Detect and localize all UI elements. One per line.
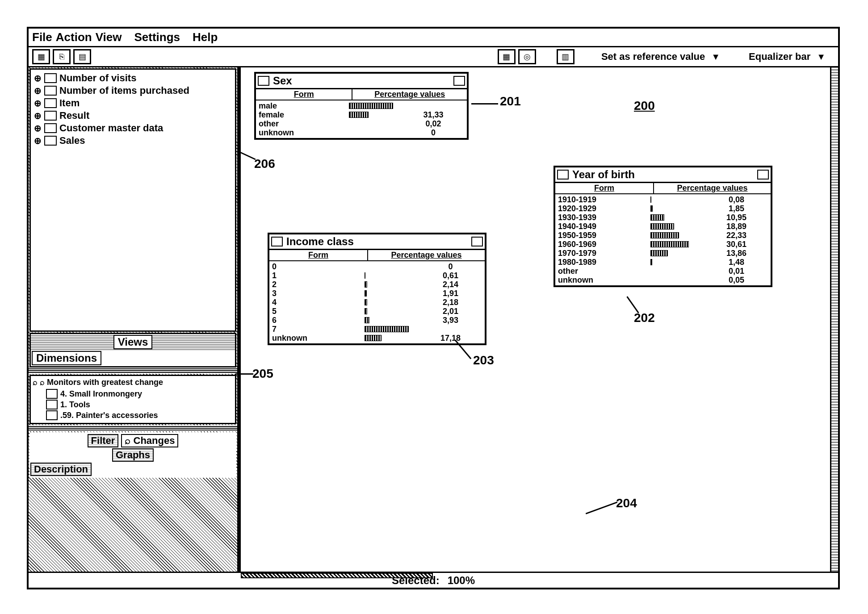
data-row[interactable]: unknown0,05 [558, 276, 768, 284]
tab-description[interactable]: Description [30, 463, 92, 476]
tree-item-sales[interactable]: ⊕Sales [34, 135, 232, 146]
bar-icon [365, 335, 382, 341]
row-bar-cell [650, 259, 705, 265]
data-row[interactable]: 42,18 [272, 298, 482, 307]
folder-icon [44, 86, 57, 96]
expand-icon[interactable]: ⊕ [34, 98, 42, 109]
panel-control-icon[interactable] [453, 76, 465, 86]
data-row[interactable]: 31,91 [272, 289, 482, 298]
tab-views[interactable]: Views [113, 335, 153, 349]
data-row[interactable]: 1940-194918,89 [558, 222, 768, 231]
tree-item-visits[interactable]: ⊕Number of visits [34, 72, 232, 84]
col-pct: Percentage values [654, 183, 771, 193]
row-label: 6 [272, 316, 365, 325]
menu-file[interactable]: File [32, 30, 52, 44]
expand-icon[interactable]: ⊕ [34, 110, 42, 121]
data-row[interactable]: unknown17,18 [272, 334, 482, 343]
tree-item-item[interactable]: ⊕Item [34, 97, 232, 109]
tab-changes-label: Changes [134, 435, 175, 446]
data-row[interactable]: 1930-193910,95 [558, 213, 768, 222]
data-row[interactable]: 1970-197913,86 [558, 249, 768, 258]
bar-icon [650, 205, 653, 212]
data-row[interactable]: 52,01 [272, 307, 482, 316]
toolbar-icon-2[interactable]: ⎘ [53, 49, 71, 64]
row-bar-cell [365, 335, 419, 341]
expand-icon[interactable]: ⊕ [34, 123, 42, 134]
bar-icon [650, 196, 651, 203]
panel-control-icon[interactable] [757, 170, 769, 180]
expand-icon[interactable]: ⊕ [34, 73, 42, 84]
divider [29, 368, 237, 374]
set-reference-value-label[interactable]: Set as reference value [601, 51, 705, 63]
data-row[interactable]: 22,14 [272, 280, 482, 289]
row-value: 10,95 [705, 213, 768, 222]
data-row[interactable]: 10,61 [272, 271, 482, 280]
bar-icon [365, 281, 368, 288]
set-reference-dropdown-icon[interactable]: ▼ [711, 52, 720, 62]
monitor-item[interactable]: 4. Small Ironmongery [46, 389, 233, 399]
bar-icon [365, 308, 368, 314]
expand-icon[interactable]: ⊕ [34, 135, 42, 146]
row-value: 2,14 [419, 280, 482, 289]
data-row[interactable]: unknown0 [259, 128, 464, 137]
data-row[interactable]: female31,33 [259, 110, 464, 119]
menu-action[interactable]: Action [56, 30, 92, 44]
toolbar-icon-4[interactable]: ▦ [498, 49, 516, 64]
monitor-label: 4. Small Ironmongery [60, 389, 142, 399]
row-value: 0 [419, 262, 482, 271]
tab-graphs[interactable]: Graphs [112, 448, 154, 462]
monitor-item[interactable]: 1. Tools [46, 400, 233, 409]
toolbar-icon-1[interactable]: ▦ [32, 49, 50, 64]
expand-icon[interactable]: ⊕ [34, 85, 42, 96]
tab-changes[interactable]: ⌕ Changes [121, 434, 178, 447]
tree-item-items-purchased[interactable]: ⊕Number of items purchased [34, 85, 232, 96]
tree-item-result[interactable]: ⊕Result [34, 110, 232, 121]
scrollbar-vertical[interactable] [830, 67, 838, 572]
toolbar-icon-6[interactable]: ▥ [557, 49, 574, 64]
tree-label: Sales [59, 135, 85, 146]
panel-body: malefemale31,33other0,02unknown0 [256, 100, 467, 138]
toolbar-icon-3[interactable]: ▤ [73, 49, 91, 64]
data-row[interactable]: other0,01 [558, 267, 768, 276]
toolbar-icon-5[interactable]: ◎ [518, 49, 536, 64]
bar-icon [365, 317, 369, 323]
data-row[interactable]: 1950-195922,33 [558, 231, 768, 240]
tab-filter[interactable]: Filter [88, 434, 119, 447]
col-pct: Percentage values [368, 250, 485, 260]
panel-control-icon[interactable] [471, 237, 483, 246]
row-value: 0,08 [705, 195, 768, 204]
row-bar-cell [650, 196, 705, 203]
equalizer-bar-label[interactable]: Equalizer bar [749, 51, 810, 63]
app-window: File Action View Settings Help ▦ ⎘ ▤ ▦ ◎… [27, 27, 840, 589]
monitor-item[interactable]: .59. Painter's accessories [46, 410, 233, 420]
row-value: 2,18 [419, 298, 482, 307]
data-row[interactable]: 1980-19891,48 [558, 258, 768, 267]
tree-item-customer-master[interactable]: ⊕Customer master data [34, 122, 232, 134]
panel-income-class[interactable]: Income class Form Percentage values 0010… [268, 233, 486, 345]
data-row[interactable]: 00 [272, 262, 482, 271]
tree-label: Number of visits [59, 72, 136, 84]
data-row[interactable]: 7 [272, 325, 482, 334]
menu-help[interactable]: Help [193, 30, 218, 44]
menubar: File Action View Settings Help [29, 29, 838, 46]
row-label: 3 [272, 289, 365, 298]
data-row[interactable]: other0,02 [259, 119, 464, 128]
data-row[interactable]: 63,93 [272, 316, 482, 325]
menu-view[interactable]: View [96, 30, 122, 44]
equalizer-dropdown-icon[interactable]: ▼ [817, 52, 826, 62]
row-value: 22,33 [705, 231, 768, 240]
data-row[interactable]: 1960-196930,61 [558, 240, 768, 249]
data-row[interactable]: 1920-19291,85 [558, 204, 768, 213]
row-label: 2 [272, 280, 365, 289]
row-label: 1930-1939 [558, 213, 650, 222]
bar-icon [365, 290, 367, 297]
bar-icon [650, 241, 689, 247]
menu-settings[interactable]: Settings [134, 30, 180, 44]
tab-dimensions[interactable]: Dimensions [32, 351, 101, 365]
row-value: 1,85 [705, 204, 768, 213]
data-row[interactable]: male [259, 101, 464, 110]
panel-year-of-birth[interactable]: Year of birth Form Percentage values 191… [554, 166, 772, 287]
data-row[interactable]: 1910-19190,08 [558, 195, 768, 204]
panel-sex[interactable]: Sex Form Percentage values malefemale31,… [254, 72, 469, 140]
monitor-label: .59. Painter's accessories [60, 411, 158, 420]
